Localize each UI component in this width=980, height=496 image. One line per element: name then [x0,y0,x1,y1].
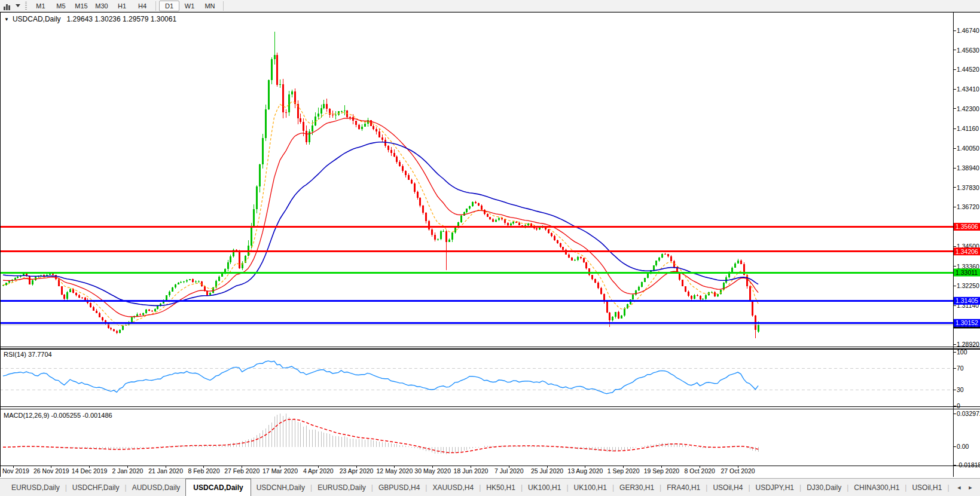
date-tick-label: 1 Sep 2020 [607,467,640,474]
price-tick-label: 1.32250 [957,282,979,289]
tab-scroll-nav: ◄► [950,479,980,496]
price-tick-label: 1.38940 [957,164,979,172]
date-tick-label: 12 May 2020 [377,467,413,474]
date-tick-label: 14 Dec 2019 [72,467,108,474]
rsi-panel [0,361,953,394]
date-tick-label: 19 Sep 2020 [644,467,680,474]
price-tick-label: 1.42300 [957,105,979,112]
svg-text:1.34206: 1.34206 [955,248,978,255]
rsi-tick-label: 100 [957,348,967,356]
price-tick-label: 1.37830 [957,184,979,191]
price-tick-label: 1.43410 [957,85,979,93]
rsi-tick-label: 0 [957,402,960,409]
price-badges: 1.300611.356061.342061.330111.314051.301… [954,223,980,329]
moving-averages [3,102,758,326]
tab-gbpusd-h4[interactable]: GBPUSD,H4 [373,479,425,496]
price-tick-label: 1.45630 [957,47,979,54]
window-collapse-icon[interactable]: ▼ [4,17,9,22]
level-price-badge: 1.30152 [954,319,980,327]
tab-usdcnh-daily[interactable]: USDCNH,Daily [251,479,310,496]
tab-xauusd-h4[interactable]: XAUUSD,H4 [427,479,479,496]
tab-fra40-h1[interactable]: FRA40,H1 [661,479,706,496]
date-tick-label: 27 Oct 2020 [721,467,755,474]
tab-usdchf-daily[interactable]: USDCHF,Daily [67,479,125,496]
ma-mid-line [3,118,758,317]
level-price-badge: 1.34206 [954,247,980,255]
tab-eurusd-daily[interactable]: EURUSD,Daily [6,479,65,496]
svg-text:1.30152: 1.30152 [955,319,978,326]
tab-scroll-right-icon[interactable]: ► [968,485,973,491]
chart-ohlc: 1.29643 1.30236 1.29579 1.30061 [67,15,177,23]
tab-usdcad-daily[interactable]: USDCAD,Daily [185,479,251,496]
price-tick-label: 1.41160 [957,125,979,132]
price-panel [2,32,759,338]
price-tick-label: 1.46740 [957,27,979,34]
date-tick-label: 7 Jul 2020 [494,467,524,474]
tab-dj30-daily[interactable]: DJ30,Daily [801,479,847,496]
chart-title: ▼ USDCAD,Daily 1.29643 1.30236 1.29579 1… [4,15,176,23]
date-tick-label: 8 Oct 2020 [685,467,716,474]
chart-symbol: USDCAD,Daily [13,15,61,23]
date-tick-label: 17 Mar 2020 [262,467,298,474]
tab-usoil-h4[interactable]: USOil,H4 [707,479,748,496]
date-tick-label: 8 Feb 2020 [188,467,219,474]
tab-hk50-h1[interactable]: HK50,H1 [481,479,521,496]
level-price-badge: 1.35606 [954,223,980,231]
rsi-tick-label: 30 [957,386,964,393]
tab-usdjpy-h1[interactable]: USDJPY,H1 [750,479,799,496]
tab-audusd-daily[interactable]: AUDUSD,Daily [127,479,186,496]
date-tick-label: 25 Jul 2020 [531,467,563,474]
tab-uk100-h1[interactable]: UK100,H1 [523,479,566,496]
svg-text:1.31405: 1.31405 [955,297,978,304]
chart-canvas[interactable]: 1.467401.456301.445201.434101.423001.411… [0,0,980,496]
date-tick-label: 18 Jun 2020 [454,467,489,474]
date-tick-label: 26 Nov 2019 [33,467,69,474]
date-tick-label: 13 Aug 2020 [567,467,603,474]
date-tick-label: 7 Nov 2019 [0,467,29,474]
date-tick-label: 30 May 2020 [414,467,451,474]
tab-usoil-h1[interactable]: USOil,H1 [906,479,947,496]
tab-ger30-h1[interactable]: GER30,H1 [614,479,660,496]
tab-china300-h1[interactable]: CHINA300,H1 [848,479,905,496]
level-price-badge: 1.33011 [954,269,980,277]
date-tick-label: 4 Apr 2020 [303,467,334,474]
price-tick-label: 1.36720 [957,203,979,210]
macd-tick-label: -0.018154 [957,461,980,469]
svg-text:1.33011: 1.33011 [955,269,978,276]
tab-eurusd-daily[interactable]: EURUSD,Daily [312,479,371,496]
macd-signal-line [3,420,758,453]
rsi-line [3,361,758,394]
tab-uk100-h1[interactable]: UK100,H1 [569,479,612,496]
price-tick-label: 1.40050 [957,145,979,152]
macd-label: MACD(12,26,9) -0.005255 -0.001486 [4,412,112,419]
horizontal-levels [0,226,953,324]
price-tick-label: 1.28920 [957,341,979,348]
rsi-label: RSI(14) 37.7704 [4,351,52,358]
rsi-tick-label: 70 [957,365,964,372]
ma-fast-line [3,102,758,326]
macd-tick-label: 0.032972 [957,410,980,417]
symbol-tabbar: EURUSD,Daily|USDCHF,Daily|AUDUSD,DailyUS… [0,478,980,496]
svg-text:1.35606: 1.35606 [955,223,978,230]
macd-tick-label: 0.00 [957,443,969,450]
macd-panel [3,414,758,455]
panel-borders [0,13,980,477]
price-tick-label: 1.44520 [957,66,979,73]
date-tick-label: 2 Jan 2020 [112,467,143,474]
level-price-badge: 1.31405 [954,297,980,305]
date-tick-label: 23 Apr 2020 [340,467,374,474]
tab-scroll-left-icon[interactable]: ◄ [957,485,962,491]
date-tick-label: 27 Feb 2020 [224,467,259,474]
date-tick-label: 21 Jan 2020 [148,467,183,474]
